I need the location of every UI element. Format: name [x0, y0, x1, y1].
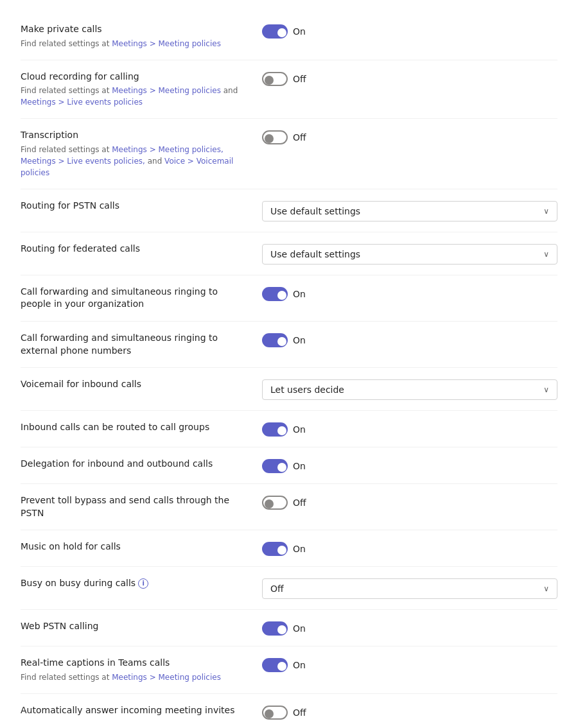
setting-left-voicemail-inbound: Voicemail for inbound calls	[21, 378, 249, 391]
setting-left-music-on-hold: Music on hold for calls	[21, 541, 249, 553]
setting-control-routing-pstn: Use default settings∨	[262, 200, 557, 221]
setting-row-busy-on-busy: Busy on busy during callsiOff∨	[21, 567, 557, 610]
dropdown-value-voicemail-inbound: Let users decide	[270, 385, 344, 395]
toggle-track-call-forwarding-org	[262, 287, 288, 301]
setting-row-music-on-hold: Music on hold for callsOn	[21, 530, 557, 567]
toggle-track-music-on-hold	[262, 542, 288, 556]
setting-link-cloud-recording-0[interactable]: Meetings > Meeting policies	[112, 86, 221, 95]
setting-label-inbound-call-groups: Inbound calls can be routed to call grou…	[21, 421, 249, 434]
toggle-track-toll-bypass	[262, 496, 288, 510]
toggle-state-text-music-on-hold: On	[293, 544, 306, 554]
setting-link-make-private-calls-0[interactable]: Meetings > Meeting policies	[112, 39, 221, 48]
toggle-track-inbound-call-groups	[262, 422, 288, 437]
toggle-cloud-recording[interactable]	[262, 72, 288, 86]
toggle-thumb-realtime-captions	[277, 662, 286, 671]
dropdown-routing-pstn[interactable]: Use default settings∨	[262, 201, 557, 221]
toggle-thumb-toll-bypass	[265, 499, 274, 508]
setting-label-web-pstn: Web PSTN calling	[21, 620, 249, 633]
setting-control-inbound-call-groups: On	[262, 421, 557, 437]
setting-left-make-private-calls: Make private callsFind related settings …	[21, 23, 249, 49]
setting-control-cloud-recording: Off	[262, 71, 557, 86]
toggle-state-text-realtime-captions: On	[293, 660, 306, 670]
toggle-web-pstn[interactable]	[262, 621, 288, 636]
setting-sublabel-transcription: Find related settings at Meetings > Meet…	[21, 144, 249, 178]
setting-row-auto-answer: Automatically answer incoming meeting in…	[21, 694, 557, 728]
setting-control-call-forwarding-external: On	[262, 332, 557, 347]
toggle-state-text-call-forwarding-external: On	[293, 335, 306, 345]
toggle-state-text-toll-bypass: Off	[293, 498, 306, 508]
setting-control-auto-answer: Off	[262, 704, 557, 720]
dropdown-value-routing-pstn: Use default settings	[270, 206, 360, 216]
setting-control-transcription: Off	[262, 129, 557, 144]
setting-row-voicemail-inbound: Voicemail for inbound callsLet users dec…	[21, 368, 557, 411]
toggle-state-text-cloud-recording: Off	[293, 74, 306, 84]
dropdown-value-busy-on-busy: Off	[270, 584, 284, 594]
setting-link-cloud-recording-1[interactable]: Meetings > Live events policies	[21, 98, 143, 107]
dropdown-busy-on-busy[interactable]: Off∨	[262, 578, 557, 599]
setting-row-cloud-recording: Cloud recording for callingFind related …	[21, 60, 557, 119]
setting-link-transcription-1[interactable]: Meetings > Live events policies,	[21, 157, 145, 166]
toggle-track-auto-answer	[262, 706, 288, 720]
toggle-track-realtime-captions	[262, 658, 288, 672]
dropdown-routing-federated[interactable]: Use default settings∨	[262, 244, 557, 264]
setting-left-call-forwarding-org: Call forwarding and simultaneous ringing…	[21, 286, 249, 311]
toggle-music-on-hold[interactable]	[262, 542, 288, 556]
toggle-state-text-inbound-call-groups: On	[293, 424, 306, 435]
setting-label-auto-answer: Automatically answer incoming meeting in…	[21, 704, 249, 717]
toggle-track-web-pstn	[262, 621, 288, 636]
setting-label-voicemail-inbound: Voicemail for inbound calls	[21, 378, 249, 391]
setting-label-transcription: Transcription	[21, 129, 249, 142]
setting-label-music-on-hold: Music on hold for calls	[21, 541, 249, 553]
toggle-thumb-delegation	[277, 463, 286, 472]
toggle-thumb-transcription	[265, 134, 274, 143]
setting-left-delegation: Delegation for inbound and outbound call…	[21, 458, 249, 471]
setting-sublabel-make-private-calls: Find related settings at Meetings > Meet…	[21, 38, 249, 49]
setting-row-delegation: Delegation for inbound and outbound call…	[21, 447, 557, 484]
setting-left-web-pstn: Web PSTN calling	[21, 620, 249, 633]
toggle-state-text-make-private-calls: On	[293, 26, 306, 37]
toggle-call-forwarding-org[interactable]	[262, 287, 288, 301]
setting-label-realtime-captions: Real-time captions in Teams calls	[21, 657, 249, 670]
dropdown-voicemail-inbound[interactable]: Let users decide∨	[262, 379, 557, 400]
toggle-track-transcription	[262, 130, 288, 144]
chevron-down-icon-voicemail-inbound: ∨	[543, 385, 549, 394]
setting-label-busy-on-busy: Busy on busy during callsi	[21, 577, 249, 590]
setting-row-call-forwarding-org: Call forwarding and simultaneous ringing…	[21, 275, 557, 322]
setting-control-delegation: On	[262, 458, 557, 473]
setting-control-realtime-captions: On	[262, 657, 557, 672]
chevron-down-icon-routing-pstn: ∨	[543, 207, 549, 216]
setting-left-busy-on-busy: Busy on busy during callsi	[21, 577, 249, 590]
setting-sublabel-cloud-recording: Find related settings at Meetings > Meet…	[21, 85, 249, 108]
toggle-transcription[interactable]	[262, 130, 288, 144]
info-icon-busy-on-busy[interactable]: i	[138, 578, 148, 589]
setting-sublabel-realtime-captions: Find related settings at Meetings > Meet…	[21, 672, 249, 683]
setting-label-toll-bypass: Prevent toll bypass and send calls throu…	[21, 494, 249, 519]
toggle-auto-answer[interactable]	[262, 706, 288, 720]
toggle-thumb-cloud-recording	[265, 76, 274, 85]
dropdown-value-routing-federated: Use default settings	[270, 249, 360, 259]
setting-row-toll-bypass: Prevent toll bypass and send calls throu…	[21, 484, 557, 530]
settings-container: Make private callsFind related settings …	[21, 13, 557, 728]
toggle-inbound-call-groups[interactable]	[262, 422, 288, 437]
setting-left-routing-pstn: Routing for PSTN calls	[21, 200, 249, 212]
toggle-thumb-auto-answer	[265, 709, 274, 718]
setting-control-make-private-calls: On	[262, 23, 557, 39]
toggle-make-private-calls[interactable]	[262, 24, 288, 39]
setting-row-transcription: TranscriptionFind related settings at Me…	[21, 119, 557, 189]
chevron-down-icon-busy-on-busy: ∨	[543, 584, 549, 593]
setting-label-call-forwarding-external: Call forwarding and simultaneous ringing…	[21, 332, 249, 357]
setting-control-music-on-hold: On	[262, 541, 557, 556]
toggle-realtime-captions[interactable]	[262, 658, 288, 672]
toggle-state-text-transcription: Off	[293, 132, 306, 143]
setting-row-routing-federated: Routing for federated callsUse default s…	[21, 232, 557, 275]
toggle-call-forwarding-external[interactable]	[262, 333, 288, 347]
toggle-delegation[interactable]	[262, 459, 288, 473]
toggle-toll-bypass[interactable]	[262, 496, 288, 510]
setting-link-realtime-captions-0[interactable]: Meetings > Meeting policies	[112, 673, 221, 682]
setting-control-web-pstn: On	[262, 620, 557, 636]
setting-row-call-forwarding-external: Call forwarding and simultaneous ringing…	[21, 322, 557, 368]
toggle-state-text-auto-answer: Off	[293, 707, 306, 718]
setting-label-routing-federated: Routing for federated calls	[21, 243, 249, 256]
setting-control-voicemail-inbound: Let users decide∨	[262, 378, 557, 400]
setting-link-transcription-0[interactable]: Meetings > Meeting policies,	[112, 145, 223, 154]
